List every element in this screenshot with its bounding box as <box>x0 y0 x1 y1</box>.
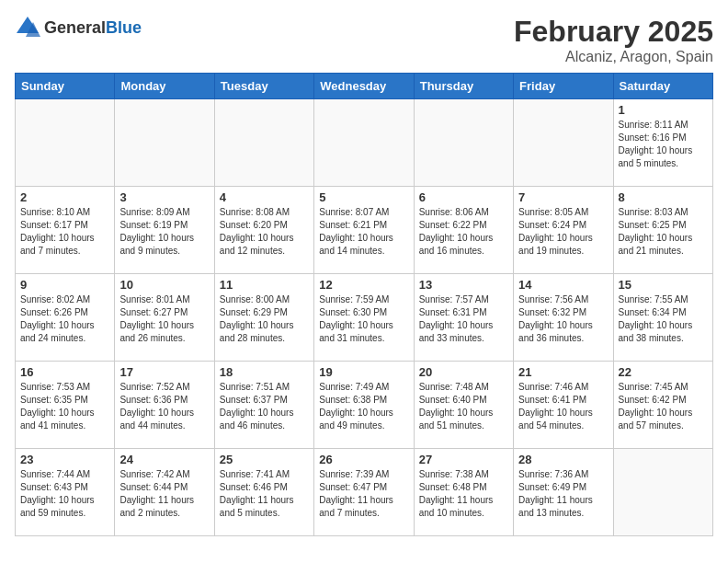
day-info: Sunrise: 7:39 AM Sunset: 6:47 PM Dayligh… <box>319 468 408 520</box>
logo-text-general: General <box>44 18 106 37</box>
calendar-cell: 8Sunrise: 8:03 AM Sunset: 6:25 PM Daylig… <box>613 187 712 274</box>
day-info: Sunrise: 7:36 AM Sunset: 6:49 PM Dayligh… <box>518 468 608 520</box>
weekday-header-thursday: Thursday <box>414 74 513 99</box>
day-number: 22 <box>619 365 708 379</box>
day-number: 20 <box>419 365 508 379</box>
day-info: Sunrise: 8:06 AM Sunset: 6:22 PM Dayligh… <box>419 206 508 258</box>
calendar-cell: 11Sunrise: 8:00 AM Sunset: 6:29 PM Dayli… <box>214 274 313 362</box>
day-number: 25 <box>220 453 309 466</box>
day-info: Sunrise: 7:52 AM Sunset: 6:36 PM Dayligh… <box>119 381 209 432</box>
calendar-cell: 19Sunrise: 7:49 AM Sunset: 6:38 PM Dayli… <box>314 362 414 449</box>
calendar-cell: 22Sunrise: 7:45 AM Sunset: 6:42 PM Dayli… <box>613 362 712 449</box>
day-info: Sunrise: 7:45 AM Sunset: 6:42 PM Dayligh… <box>619 381 708 432</box>
calendar-table: SundayMondayTuesdayWednesdayThursdayFrid… <box>15 73 713 536</box>
day-number: 14 <box>518 278 608 292</box>
day-info: Sunrise: 8:05 AM Sunset: 6:24 PM Dayligh… <box>518 206 608 258</box>
week-row-3: 9Sunrise: 8:02 AM Sunset: 6:26 PM Daylig… <box>16 274 713 362</box>
day-info: Sunrise: 8:02 AM Sunset: 6:26 PM Dayligh… <box>20 293 109 345</box>
calendar-cell: 14Sunrise: 7:56 AM Sunset: 6:32 PM Dayli… <box>514 274 613 362</box>
calendar-cell: 7Sunrise: 8:05 AM Sunset: 6:24 PM Daylig… <box>514 187 613 274</box>
weekday-header-saturday: Saturday <box>613 74 712 99</box>
day-info: Sunrise: 7:41 AM Sunset: 6:46 PM Dayligh… <box>220 468 309 520</box>
day-number: 7 <box>518 190 608 204</box>
day-info: Sunrise: 7:57 AM Sunset: 6:31 PM Dayligh… <box>419 293 508 345</box>
day-number: 9 <box>20 278 109 292</box>
calendar-cell: 2Sunrise: 8:10 AM Sunset: 6:17 PM Daylig… <box>16 187 115 274</box>
weekday-header-tuesday: Tuesday <box>214 74 313 99</box>
day-info: Sunrise: 8:01 AM Sunset: 6:27 PM Dayligh… <box>119 293 209 345</box>
day-info: Sunrise: 8:07 AM Sunset: 6:21 PM Dayligh… <box>319 206 408 258</box>
location-subtitle: Alcaniz, Aragon, Spain <box>514 49 713 65</box>
day-number: 28 <box>518 453 608 466</box>
day-info: Sunrise: 7:51 AM Sunset: 6:37 PM Dayligh… <box>220 381 309 432</box>
calendar-cell: 17Sunrise: 7:52 AM Sunset: 6:36 PM Dayli… <box>115 362 214 449</box>
day-info: Sunrise: 7:53 AM Sunset: 6:35 PM Dayligh… <box>20 381 109 432</box>
week-row-2: 2Sunrise: 8:10 AM Sunset: 6:17 PM Daylig… <box>16 187 713 274</box>
day-number: 13 <box>419 278 508 292</box>
day-number: 16 <box>20 365 109 379</box>
calendar-cell: 3Sunrise: 8:09 AM Sunset: 6:19 PM Daylig… <box>115 187 214 274</box>
calendar-cell: 6Sunrise: 8:06 AM Sunset: 6:22 PM Daylig… <box>414 187 513 274</box>
weekday-header-friday: Friday <box>514 74 613 99</box>
calendar-cell: 23Sunrise: 7:44 AM Sunset: 6:43 PM Dayli… <box>16 449 115 536</box>
calendar-cell: 5Sunrise: 8:07 AM Sunset: 6:21 PM Daylig… <box>314 187 414 274</box>
week-row-1: 1Sunrise: 8:11 AM Sunset: 6:16 PM Daylig… <box>16 99 713 187</box>
logo-icon <box>15 15 40 40</box>
day-number: 19 <box>319 365 408 379</box>
calendar-cell <box>414 99 513 187</box>
calendar-cell: 9Sunrise: 8:02 AM Sunset: 6:26 PM Daylig… <box>16 274 115 362</box>
day-number: 17 <box>119 365 209 379</box>
day-number: 2 <box>20 190 109 204</box>
month-title: February 2025 <box>514 15 713 49</box>
logo: GeneralBlue <box>15 15 142 40</box>
day-info: Sunrise: 7:46 AM Sunset: 6:41 PM Dayligh… <box>518 381 608 432</box>
day-number: 24 <box>119 453 209 466</box>
day-number: 21 <box>518 365 608 379</box>
week-row-4: 16Sunrise: 7:53 AM Sunset: 6:35 PM Dayli… <box>16 362 713 449</box>
calendar-cell: 13Sunrise: 7:57 AM Sunset: 6:31 PM Dayli… <box>414 274 513 362</box>
day-number: 23 <box>20 453 109 466</box>
week-row-5: 23Sunrise: 7:44 AM Sunset: 6:43 PM Dayli… <box>16 449 713 536</box>
calendar-cell: 1Sunrise: 8:11 AM Sunset: 6:16 PM Daylig… <box>613 99 712 187</box>
calendar-cell <box>115 99 214 187</box>
calendar-header: SundayMondayTuesdayWednesdayThursdayFrid… <box>16 74 713 99</box>
calendar-cell <box>16 99 115 187</box>
calendar-cell <box>214 99 313 187</box>
day-info: Sunrise: 8:03 AM Sunset: 6:25 PM Dayligh… <box>619 206 708 258</box>
title-block: February 2025 Alcaniz, Aragon, Spain <box>514 15 713 65</box>
day-number: 26 <box>319 453 408 466</box>
day-info: Sunrise: 7:55 AM Sunset: 6:34 PM Dayligh… <box>619 293 708 345</box>
calendar-cell: 25Sunrise: 7:41 AM Sunset: 6:46 PM Dayli… <box>214 449 313 536</box>
logo-text-blue: Blue <box>106 18 142 37</box>
day-info: Sunrise: 7:56 AM Sunset: 6:32 PM Dayligh… <box>518 293 608 345</box>
day-number: 3 <box>119 190 209 204</box>
day-number: 18 <box>220 365 309 379</box>
calendar-cell <box>314 99 414 187</box>
calendar-cell <box>514 99 613 187</box>
day-info: Sunrise: 8:00 AM Sunset: 6:29 PM Dayligh… <box>220 293 309 345</box>
day-info: Sunrise: 8:11 AM Sunset: 6:16 PM Dayligh… <box>619 119 708 170</box>
calendar-body: 1Sunrise: 8:11 AM Sunset: 6:16 PM Daylig… <box>16 99 713 536</box>
day-info: Sunrise: 7:38 AM Sunset: 6:48 PM Dayligh… <box>419 468 508 520</box>
calendar-cell: 21Sunrise: 7:46 AM Sunset: 6:41 PM Dayli… <box>514 362 613 449</box>
calendar-cell: 20Sunrise: 7:48 AM Sunset: 6:40 PM Dayli… <box>414 362 513 449</box>
calendar-cell: 26Sunrise: 7:39 AM Sunset: 6:47 PM Dayli… <box>314 449 414 536</box>
weekday-header-sunday: Sunday <box>16 74 115 99</box>
day-info: Sunrise: 7:42 AM Sunset: 6:44 PM Dayligh… <box>119 468 209 520</box>
weekday-header-row: SundayMondayTuesdayWednesdayThursdayFrid… <box>16 74 713 99</box>
day-number: 1 <box>619 103 708 117</box>
day-number: 5 <box>319 190 408 204</box>
day-info: Sunrise: 7:44 AM Sunset: 6:43 PM Dayligh… <box>20 468 109 520</box>
day-info: Sunrise: 8:09 AM Sunset: 6:19 PM Dayligh… <box>119 206 209 258</box>
day-number: 8 <box>619 190 708 204</box>
calendar-cell: 16Sunrise: 7:53 AM Sunset: 6:35 PM Dayli… <box>16 362 115 449</box>
day-number: 4 <box>220 190 309 204</box>
day-number: 11 <box>220 278 309 292</box>
calendar-cell: 18Sunrise: 7:51 AM Sunset: 6:37 PM Dayli… <box>214 362 313 449</box>
calendar-cell: 15Sunrise: 7:55 AM Sunset: 6:34 PM Dayli… <box>613 274 712 362</box>
calendar-cell <box>613 449 712 536</box>
day-number: 15 <box>619 278 708 292</box>
calendar-cell: 12Sunrise: 7:59 AM Sunset: 6:30 PM Dayli… <box>314 274 414 362</box>
day-info: Sunrise: 8:08 AM Sunset: 6:20 PM Dayligh… <box>220 206 309 258</box>
day-info: Sunrise: 8:10 AM Sunset: 6:17 PM Dayligh… <box>20 206 109 258</box>
